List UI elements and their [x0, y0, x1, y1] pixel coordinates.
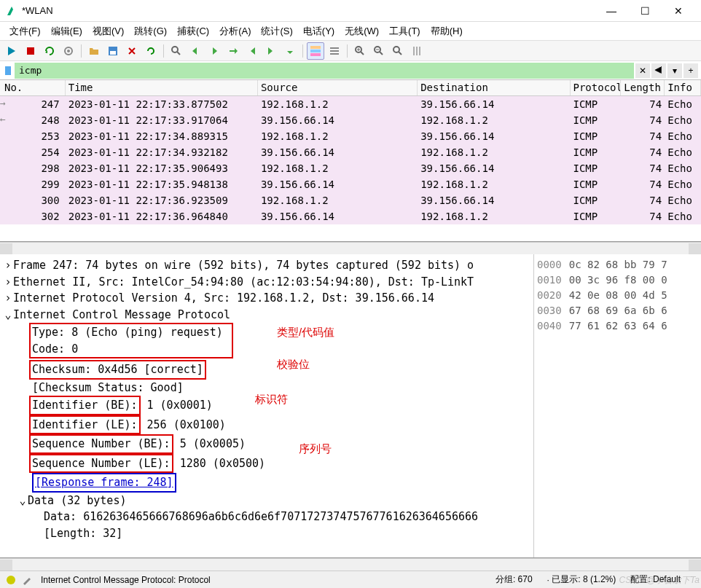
menu-capture[interactable]: 捕获(C) — [172, 23, 214, 39]
packet-list-pane[interactable]: No. Time Source Destination Protocol Len… — [0, 80, 701, 242]
menu-stats[interactable]: 统计(S) — [256, 23, 297, 39]
go-back-icon[interactable] — [187, 42, 204, 60]
menu-analyze[interactable]: 分析(A) — [214, 23, 256, 39]
svg-line-6 — [177, 52, 180, 55]
hex-row[interactable]: 003067 68 69 6a 6b 6 — [537, 303, 698, 318]
last-packet-icon[interactable] — [262, 42, 280, 60]
packet-details-pane[interactable]: ›Frame 247: 74 bytes on wire (592 bits),… — [0, 254, 533, 557]
recv-arrow-icon: ← — [0, 114, 6, 125]
table-row[interactable]: 2472023-01-11 22:17:33.877502192.168.1.2… — [0, 96, 701, 112]
menu-go[interactable]: 跳转(G) — [129, 23, 172, 39]
table-row[interactable]: 2532023-01-11 22:17:34.889315192.168.1.2… — [0, 128, 701, 144]
filterbar: ✕ ⯇ ▾ + — [0, 61, 701, 80]
svg-line-18 — [380, 52, 383, 55]
menu-telephony[interactable]: 电话(Y) — [298, 23, 340, 39]
frame-line[interactable]: Frame 247: 74 bytes on wire (592 bits), … — [13, 259, 474, 272]
reload-icon[interactable] — [142, 42, 160, 60]
colorize-icon[interactable] — [307, 42, 324, 60]
col-time[interactable]: Time — [66, 80, 258, 95]
menu-file[interactable]: 文件(F) — [4, 23, 46, 39]
filter-clear-button[interactable]: ✕ — [635, 63, 650, 78]
zoom-reset-icon[interactable] — [389, 42, 407, 60]
expand-ip[interactable]: › — [3, 290, 13, 307]
col-source[interactable]: Source — [258, 80, 418, 95]
table-row[interactable]: 2992023-01-11 22:17:35.94813839.156.66.1… — [0, 176, 701, 192]
hex-row[interactable]: 002042 0e 08 00 4d 5 — [537, 288, 698, 303]
restart-capture-icon[interactable] — [41, 42, 58, 60]
zoom-in-icon[interactable] — [351, 42, 369, 60]
auto-scroll-icon[interactable] — [281, 42, 299, 60]
filter-bookmark-icon[interactable] — [3, 65, 15, 77]
col-destination[interactable]: Destination — [418, 80, 570, 95]
icmp-line[interactable]: Internet Control Message Protocol — [13, 308, 230, 321]
edit-icon[interactable] — [22, 575, 32, 585]
menu-tools[interactable]: 工具(T) — [384, 23, 426, 39]
packet-list-hscroll[interactable] — [0, 242, 701, 254]
save-file-icon[interactable] — [104, 42, 122, 60]
eth-line[interactable]: Ethernet II, Src: IntelCor_54:94:80 (ac:… — [13, 275, 474, 289]
col-protocol[interactable]: Protocol — [571, 80, 622, 95]
filter-add-button[interactable]: + — [684, 63, 698, 78]
icmp-code[interactable]: Code: 0 — [32, 342, 78, 356]
minimize-button[interactable]: — — [595, 1, 628, 21]
icmp-type[interactable]: Type: 8 (Echo (ping) request) — [32, 326, 223, 339]
packet-list-header: No. Time Source Destination Protocol Len… — [0, 80, 701, 96]
open-file-icon[interactable] — [85, 42, 103, 60]
start-capture-icon[interactable] — [3, 42, 20, 60]
svg-rect-12 — [330, 53, 339, 55]
data-length[interactable]: [Length: 32] — [44, 527, 122, 540]
expand-icmp[interactable]: ⌄ — [3, 307, 13, 324]
first-packet-icon[interactable] — [243, 42, 261, 60]
data-value[interactable]: Data: 6162636465666768696a6b6c6d6e6f7071… — [44, 510, 478, 523]
packet-bytes-pane[interactable]: 00000c 82 68 bb 79 7001000 3c 96 f8 00 0… — [533, 254, 701, 557]
icmp-id-le-val[interactable]: 256 (0x0100) — [141, 418, 226, 431]
icmp-seq-le-lbl: Sequence Number (LE): — [32, 457, 171, 470]
table-row[interactable]: 3002023-01-11 22:17:36.923509192.168.1.2… — [0, 192, 701, 208]
expand-eth[interactable]: › — [3, 274, 13, 291]
auto-scroll-live-icon[interactable] — [326, 42, 343, 60]
go-forward-icon[interactable] — [205, 42, 223, 60]
filter-history-button[interactable]: ⯇ — [651, 63, 666, 78]
menu-view[interactable]: 视图(V) — [87, 23, 129, 39]
icmp-seq-le-val[interactable]: 1280 (0x0500) — [180, 457, 265, 470]
table-row[interactable]: 2482023-01-11 22:17:33.91706439.156.66.1… — [0, 112, 701, 128]
table-row[interactable]: 2982023-01-11 22:17:35.906493192.168.1.2… — [0, 160, 701, 176]
svg-rect-25 — [5, 66, 11, 75]
maximize-button[interactable]: ☐ — [628, 1, 662, 21]
col-info[interactable]: Info — [665, 80, 701, 95]
col-no[interactable]: No. — [0, 80, 66, 95]
capture-options-icon[interactable] — [60, 42, 77, 60]
stop-capture-icon[interactable] — [22, 42, 39, 60]
close-button[interactable]: ✕ — [662, 1, 695, 21]
hex-row[interactable]: 004077 61 62 63 64 6 — [537, 318, 698, 334]
zoom-out-icon[interactable] — [370, 42, 388, 60]
col-length[interactable]: Length — [621, 80, 665, 95]
expert-info-icon[interactable] — [6, 575, 16, 585]
icmp-id-be-val[interactable]: 1 (0x0001) — [141, 399, 213, 412]
table-row[interactable]: 2542023-01-11 22:17:34.93218239.156.66.1… — [0, 144, 701, 160]
expand-data[interactable]: ⌄ — [17, 493, 28, 509]
ip-line[interactable]: Internet Protocol Version 4, Src: 192.16… — [13, 291, 434, 305]
statusbar: Internet Control Message Protocol: Proto… — [0, 571, 701, 588]
close-file-icon[interactable] — [123, 42, 141, 60]
goto-icon[interactable] — [224, 42, 242, 60]
menu-help[interactable]: 帮助(H) — [426, 23, 468, 39]
table-row[interactable]: 3022023-01-11 22:17:36.96484039.156.66.1… — [0, 208, 701, 224]
icmp-seq-be-val[interactable]: 5 (0x0005) — [180, 437, 246, 450]
menu-wireless[interactable]: 无线(W) — [340, 23, 384, 39]
hex-row[interactable]: 001000 3c 96 f8 00 0 — [537, 273, 698, 288]
menu-edit[interactable]: 编辑(E) — [46, 23, 87, 39]
sb-profile[interactable]: 配置: Default — [630, 573, 681, 586]
icmp-checksum-status[interactable]: [Checksum Status: Good] — [32, 381, 184, 394]
icmp-response-link[interactable]: [Response frame: 248] — [32, 473, 176, 493]
display-filter-input[interactable] — [15, 63, 634, 79]
expand-frame[interactable]: › — [3, 257, 13, 274]
icmp-checksum[interactable]: Checksum: 0x4d56 [correct] — [32, 363, 203, 376]
data-header[interactable]: Data (32 bytes) — [28, 494, 126, 507]
svg-point-2 — [67, 50, 70, 52]
find-icon[interactable] — [168, 42, 185, 60]
details-hscroll[interactable] — [0, 558, 701, 571]
filter-expr-button[interactable]: ▾ — [667, 63, 682, 78]
resize-columns-icon[interactable] — [408, 42, 426, 60]
hex-row[interactable]: 00000c 82 68 bb 79 7 — [537, 257, 698, 273]
